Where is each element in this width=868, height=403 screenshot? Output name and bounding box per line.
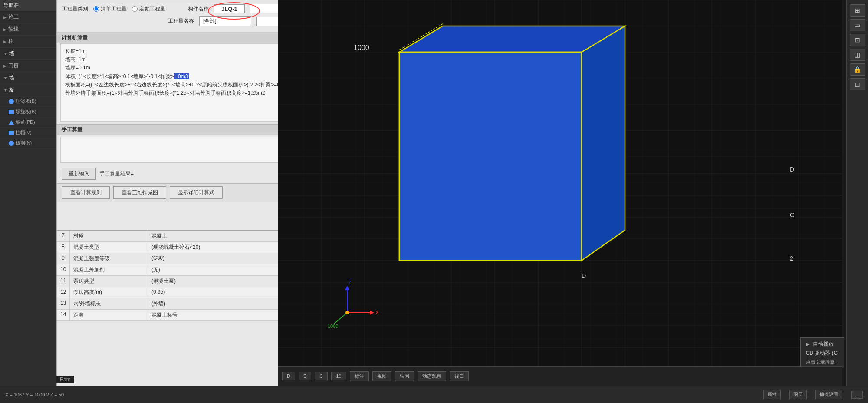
grid-svg: 1000 D D C 2 B C Z X 1000 — [278, 0, 842, 403]
sidebar-item-menchuang[interactable]: ▶ 门窗 — [0, 60, 56, 72]
arrow-icon: ▶ — [3, 40, 7, 44]
arrow-icon: ▼ — [3, 76, 7, 80]
svg-text:Z: Z — [348, 280, 351, 286]
sub-item-label: 板洞(N) — [16, 140, 32, 146]
arrow-icon: ▶ — [3, 15, 7, 20]
toolbar-btn-3[interactable]: ⊡ — [850, 34, 865, 46]
table-cell-num: 14 — [57, 310, 70, 320]
circle-icon — [9, 99, 14, 104]
sidebar-item-zhumao[interactable]: 柱帽(V) — [0, 128, 56, 138]
radio-qingdan-input[interactable] — [93, 6, 99, 12]
sub-item-label: 现浇板(B) — [16, 98, 36, 105]
sidebar-item-bandong[interactable]: 板洞(N) — [0, 138, 56, 149]
sidebar-item-label: 门窗 — [8, 62, 19, 69]
triangle-icon — [9, 120, 14, 125]
toolbar-btn-5[interactable]: 🔒 — [850, 63, 865, 76]
sidebar-header: 导航栏 — [0, 0, 56, 11]
table-cell-prop: 泵送类型 — [70, 276, 148, 287]
vbt-btn-b[interactable]: B — [299, 372, 311, 380]
viewport-bottom-toolbar: D B C 10 标注 视图 轴网 动态观察 视口 — [278, 366, 842, 386]
vbt-btn-axis[interactable]: 轴网 — [395, 371, 414, 381]
table-cell-prop: 混凝土类型 — [70, 242, 148, 253]
status-attr-button[interactable]: 属性 — [763, 390, 781, 399]
arrow-icon: ▼ — [3, 52, 7, 56]
sidebar-item-zhu[interactable]: ▶ 柱 — [0, 36, 56, 48]
view-3d-deduct-button[interactable]: 查看三维扣减图 — [113, 186, 166, 199]
radio-dinge[interactable]: 定额工程量 — [132, 5, 165, 13]
right-toolbar: ⊞ ▭ ⊡ ◫ 🔒 ◻ — [846, 0, 868, 403]
sidebar-item-label: 板 — [9, 86, 14, 94]
table-cell-num: 13 — [57, 298, 70, 309]
circle-icon — [9, 141, 14, 146]
view-calc-rules-button[interactable]: 查看计算规则 — [62, 186, 110, 199]
reenter-button[interactable]: 重新输入 — [62, 168, 96, 180]
sidebar: 导航栏 ▶ 施工 ▶ 轴线 ▶ 柱 ▼ 墙 ▶ 门窗 ▼ 墙 ▼ 板 现浇板(B… — [0, 0, 56, 403]
component-name-value: JLQ-1 — [214, 4, 245, 13]
sidebar-item-podao[interactable]: 坡道(PD) — [0, 117, 56, 128]
svg-text:2: 2 — [790, 255, 793, 262]
svg-text:C: C — [790, 211, 794, 218]
sidebar-item-shigong[interactable]: ▶ 施工 — [0, 11, 56, 23]
table-cell-num: 9 — [57, 253, 70, 264]
sidebar-item-label: 墙 — [9, 50, 14, 57]
cd-sub: 点击以选择更... — [806, 359, 838, 365]
vbt-btn-annotation[interactable]: 标注 — [350, 371, 369, 381]
vbt-btn-c[interactable]: C — [315, 372, 328, 380]
toolbar-btn-2[interactable]: ▭ — [850, 19, 865, 31]
component-name-wrapper: JLQ-1 — [214, 6, 245, 12]
rect-icon — [9, 110, 14, 114]
toolbar-btn-4[interactable]: ◫ — [850, 49, 865, 61]
table-cell-num: 10 — [57, 264, 70, 275]
sidebar-item-luoxuanb[interactable]: 螺旋板(B) — [0, 107, 56, 117]
sidebar-item-qiang[interactable]: ▼ 墙 — [0, 48, 56, 60]
vbt-btn-10[interactable]: 10 — [331, 372, 346, 380]
vbt-btn-d[interactable]: D — [282, 372, 295, 380]
table-cell-prop: 混凝土强度等级 — [70, 253, 148, 264]
autoplay-row: ▶ 自动播放 — [806, 340, 838, 348]
toolbar-btn-1[interactable]: ⊞ — [850, 4, 865, 17]
sub-item-label: 螺旋板(B) — [16, 109, 36, 115]
table-cell-num: 8 — [57, 242, 70, 253]
arrow-icon: ▶ — [3, 27, 7, 32]
svg-text:1000: 1000 — [328, 324, 338, 329]
cd-sub-text: 点击以选择更... — [806, 359, 838, 364]
sidebar-item-label: 轴线 — [8, 26, 19, 33]
svg-text:1000: 1000 — [354, 44, 369, 51]
status-more-button[interactable]: ... — [851, 391, 863, 399]
radio-dinge-label: 定额工程量 — [139, 5, 165, 13]
eam-text: Eam — [56, 376, 74, 383]
status-snap-button[interactable]: 捕捉设置 — [815, 390, 842, 399]
autoplay-icon: ▶ — [806, 341, 809, 347]
cd-label-text: CD 驱动器 (G — [806, 350, 838, 356]
type-label: 工程量类别 — [62, 5, 88, 13]
radio-dinge-input[interactable] — [132, 6, 138, 12]
sidebar-item-label: 墙 — [9, 74, 14, 82]
sidebar-item-zhouxian[interactable]: ▶ 轴线 — [0, 23, 56, 36]
show-detail-button[interactable]: 显示详细计算式 — [170, 186, 223, 199]
calc-highlight: =0m3 — [174, 73, 189, 79]
sidebar-item-qiang2[interactable]: ▼ 墙 — [0, 72, 56, 84]
sub-item-label: 柱帽(V) — [16, 129, 32, 136]
sidebar-item-label: 施工 — [8, 13, 19, 21]
coords-display: X = 1067 Y = 1000.2 Z = 50 — [5, 392, 64, 397]
status-bar: X = 1067 Y = 1000.2 Z = 50 属性 图层 捕捉设置 ..… — [0, 386, 868, 403]
svg-point-46 — [345, 311, 349, 314]
svg-text:D: D — [790, 166, 794, 173]
table-cell-num: 12 — [57, 287, 70, 298]
vbt-btn-view[interactable]: 视图 — [372, 371, 391, 381]
autoplay-label: 自动播放 — [813, 340, 834, 348]
table-cell-num: 7 — [57, 231, 70, 241]
vbt-btn-viewport[interactable]: 视口 — [450, 371, 469, 381]
radio-qingdan[interactable]: 清单工程量 — [93, 5, 127, 13]
toolbar-btn-6[interactable]: ◻ — [850, 78, 865, 90]
table-cell-prop: 泵送高度(m) — [70, 287, 148, 298]
vbt-btn-orbit[interactable]: 动态观察 — [418, 371, 446, 381]
component-label: 构件名称 — [188, 5, 209, 13]
sidebar-item-xianjiaob[interactable]: 现浇板(B) — [0, 96, 56, 107]
sidebar-item-ban[interactable]: ▼ 板 — [0, 84, 56, 96]
table-cell-num: 11 — [57, 276, 70, 287]
autoplay-panel: ▶ 自动播放 CD 驱动器 (G 点击以选择更... — [800, 337, 844, 368]
arrow-icon: ▼ — [3, 88, 7, 92]
status-layer-button[interactable]: 图层 — [789, 390, 807, 399]
result-label: 手工算量结果= — [99, 170, 134, 178]
